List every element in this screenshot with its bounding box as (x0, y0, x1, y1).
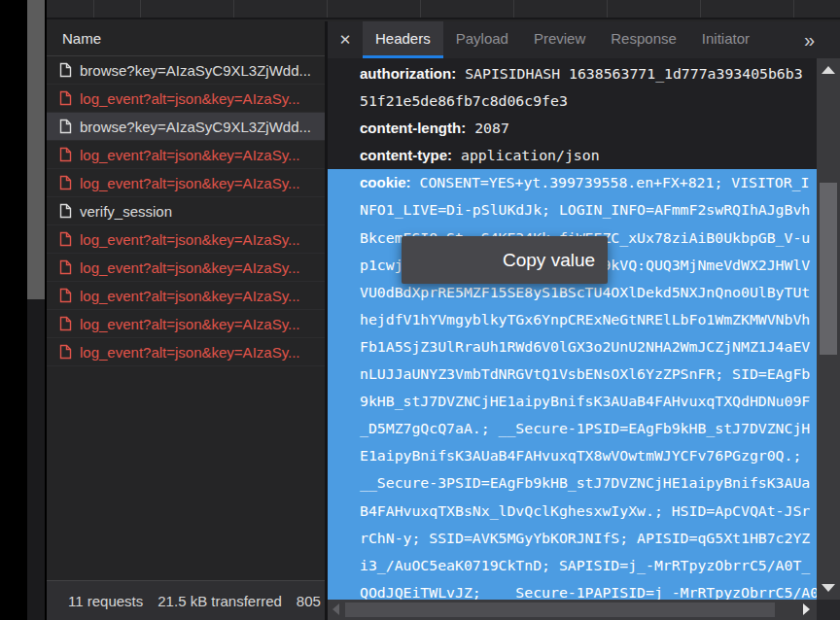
scrollbar-corner (817, 600, 840, 620)
document-icon (59, 316, 72, 331)
document-icon (59, 62, 72, 78)
scrollbar-right-icon[interactable] (803, 603, 810, 615)
request-row[interactable]: log_event?alt=json&key=AIzaSy... (47, 225, 325, 254)
request-name: log_event?alt=json&key=AIzaSy... (80, 231, 300, 248)
header-name: cookie: (360, 174, 411, 190)
request-row[interactable]: log_event?alt=json&key=AIzaSy... (47, 282, 325, 310)
background-scrollbar-thumb[interactable] (27, 0, 45, 299)
document-icon (59, 259, 72, 275)
request-count: 11 requests (68, 593, 143, 609)
request-name: verify_session (80, 203, 172, 220)
requests-panel: Name browse?key=AIzaSyC9XL3ZjWdd... log_… (47, 21, 328, 620)
header-value: CONSENT=YES+yt.399739558.en+FX+821; VISI… (420, 174, 810, 190)
tab-response[interactable]: Response (598, 21, 689, 58)
name-column-header[interactable]: Name (47, 21, 325, 56)
details-tab-bar: ✕ Headers Payload Preview Response Initi… (328, 21, 840, 58)
document-icon (59, 147, 72, 162)
network-summary-bar: 11 requests 21.5 kB transferred 805 kB (47, 580, 325, 620)
header-value: 51f21e5de86fb7c8d06c9fe3 (360, 92, 568, 109)
document-icon (59, 203, 72, 219)
request-row[interactable]: log_event?alt=json&key=AIzaSy... (47, 254, 325, 282)
tab-preview[interactable]: Preview (521, 21, 598, 58)
request-row[interactable]: log_event?alt=json&key=AIzaSy... (47, 338, 325, 366)
request-row[interactable]: verify_session (47, 197, 325, 225)
request-row[interactable]: log_event?alt=json&key=AIzaSy... (47, 310, 325, 338)
more-tabs-icon[interactable]: » (804, 21, 815, 58)
request-row[interactable]: browse?key=AIzaSyC9XL3ZjWdd... (47, 56, 325, 85)
request-name: log_event?alt=json&key=AIzaSy... (80, 259, 300, 276)
tab-initiator[interactable]: Initiator (689, 21, 762, 58)
header-name: content-type: (360, 147, 452, 163)
vertical-scrollbar-thumb[interactable] (820, 183, 837, 355)
request-name: browse?key=AIzaSyC9XL3ZjWdd... (80, 62, 311, 79)
horizontal-scrollbar[interactable] (328, 600, 817, 620)
request-name: log_event?alt=json&key=AIzaSy... (80, 344, 300, 361)
document-icon (59, 175, 72, 190)
request-name: log_event?alt=json&key=AIzaSy... (80, 175, 300, 191)
document-icon (59, 119, 72, 134)
background-window-scrollbar[interactable] (27, 0, 45, 620)
scrollbar-left-icon[interactable] (332, 603, 339, 615)
copy-value-menu-item[interactable]: Copy value (402, 236, 608, 284)
scrollbar-up-icon[interactable] (822, 66, 835, 74)
close-icon[interactable]: ✕ (328, 31, 363, 49)
transferred-size: 21.5 kB transferred (158, 593, 282, 609)
request-list: browse?key=AIzaSyC9XL3ZjWdd... log_event… (47, 56, 325, 366)
header-value: application/json (461, 147, 600, 163)
vertical-scrollbar[interactable] (817, 58, 840, 600)
header-name: authorization: (360, 65, 456, 82)
network-overview-strip[interactable] (47, 0, 840, 19)
header-name: content-length: (360, 120, 466, 136)
request-name: log_event?alt=json&key=AIzaSy... (80, 316, 300, 332)
headers-content: authorization:SAPISIDHASH 1638563771_1d7… (328, 58, 817, 600)
header-value: SAPISIDHASH 1638563771_1d777a393405b6b3 (465, 65, 802, 82)
header-value: 2087 (474, 120, 509, 136)
request-row[interactable]: log_event?alt=json&key=AIzaSy... (47, 169, 325, 197)
request-row[interactable]: log_event?alt=json&key=AIzaSy... (47, 141, 325, 169)
request-headers: authorization:SAPISIDHASH 1638563771_1d7… (328, 58, 817, 169)
document-icon (59, 288, 72, 303)
document-icon (59, 90, 72, 106)
request-row[interactable]: log_event?alt=json&key=AIzaSy... (47, 85, 325, 113)
request-name: log_event?alt=json&key=AIzaSy... (80, 147, 300, 163)
request-name: browse?key=AIzaSyC9XL3ZjWdd... (80, 119, 311, 135)
scrollbar-down-icon[interactable] (822, 584, 835, 592)
request-details-panel: ✕ Headers Payload Preview Response Initi… (328, 21, 840, 620)
horizontal-scrollbar-thumb[interactable] (345, 603, 775, 617)
cookie-header-selection[interactable]: cookie:CONSENT=YES+yt.399739558.en+FX+82… (328, 169, 817, 600)
resources-size: 805 kB (297, 593, 325, 609)
tab-headers[interactable]: Headers (363, 21, 443, 58)
request-name: log_event?alt=json&key=AIzaSy... (80, 288, 300, 304)
document-icon (59, 231, 72, 247)
devtools-network-panel: Name browse?key=AIzaSyC9XL3ZjWdd... log_… (47, 0, 840, 620)
request-name: log_event?alt=json&key=AIzaSy... (80, 90, 300, 107)
tab-payload[interactable]: Payload (443, 21, 521, 58)
document-icon (59, 344, 72, 360)
request-row-selected[interactable]: browse?key=AIzaSyC9XL3ZjWdd... (47, 113, 325, 141)
